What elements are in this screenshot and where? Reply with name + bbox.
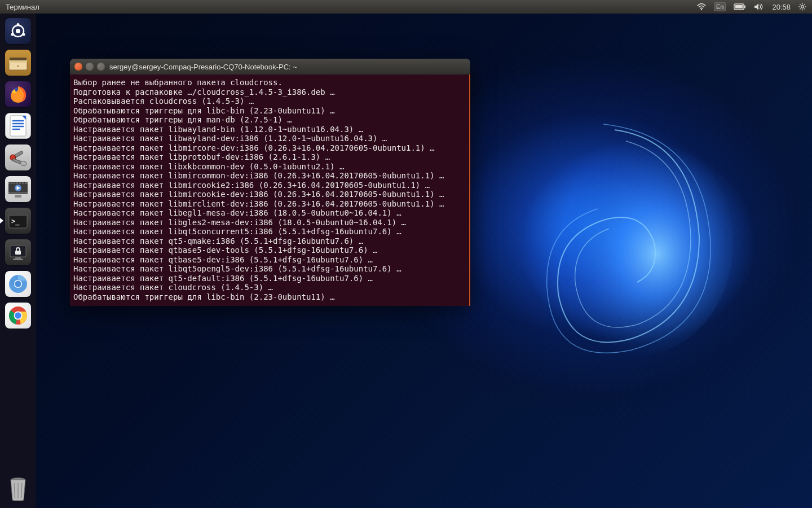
svg-line-10 <box>800 4 800 5</box>
svg-point-15 <box>16 29 20 33</box>
svg-point-1 <box>701 9 702 10</box>
language-indicator[interactable]: En <box>714 2 726 11</box>
svg-point-22 <box>17 65 19 67</box>
terminal-line: Настраивается пакет libmircookie2:i386 (… <box>73 181 466 190</box>
svg-point-16 <box>17 23 20 26</box>
svg-rect-36 <box>8 192 28 194</box>
terminal-line: Настраивается пакет cloudcross (1.4.5-3)… <box>73 283 466 292</box>
svg-point-17 <box>11 33 14 36</box>
svg-line-11 <box>804 8 805 9</box>
window-close-button[interactable] <box>74 63 82 71</box>
terminal-line: Настраивается пакет libxkbcommon-dev (0.… <box>73 162 466 172</box>
svg-rect-3 <box>744 6 745 8</box>
svg-rect-38 <box>12 182 14 183</box>
terminal-line: Настраивается пакет libgles2-mesa-dev:i3… <box>73 218 466 227</box>
terminal-line: Настраивается пакет libmircore-dev:i386 … <box>73 143 466 153</box>
svg-point-0 <box>541 130 733 356</box>
svg-point-55 <box>15 281 21 287</box>
svg-text:>_: >_ <box>11 217 20 226</box>
svg-rect-19 <box>10 58 27 60</box>
svg-rect-37 <box>10 182 11 183</box>
active-app-title[interactable]: Терминал <box>0 3 45 11</box>
ubuntu-dash-button[interactable] <box>4 17 32 45</box>
terminal-line: Настраивается пакет libmircookie-dev:i38… <box>73 190 466 199</box>
svg-line-13 <box>804 4 805 5</box>
svg-rect-40 <box>18 182 19 183</box>
svg-line-12 <box>800 8 800 9</box>
unity-launcher: >_ <box>0 14 36 508</box>
smplayer-button[interactable] <box>4 175 32 203</box>
svg-rect-52 <box>15 251 21 255</box>
terminal-line: Настраивается пакет libprotobuf-dev:i386… <box>73 152 466 162</box>
terminal-output[interactable]: Выбор ранее не выбранного пакета cloudcr… <box>70 75 470 306</box>
top-menubar: Терминал En 20:58 <box>0 0 812 14</box>
libreoffice-writer-button[interactable] <box>4 112 32 140</box>
terminal-line: Распаковывается cloudcross (1.4.5-3) … <box>73 97 466 106</box>
chrome-button[interactable] <box>4 301 32 330</box>
volume-icon[interactable] <box>754 3 764 11</box>
terminal-line: Настраивается пакет qt5-qmake:i386 (5.5.… <box>73 237 466 246</box>
terminal-line: Настраивается пакет libmircommon-dev:i38… <box>73 171 466 181</box>
svg-rect-47 <box>9 213 27 216</box>
terminal-line: Настраивается пакет libegl1-mesa-dev:i38… <box>73 208 466 218</box>
svg-rect-42 <box>24 182 25 183</box>
terminal-line: Настраивается пакет qtbase5-dev-tools (5… <box>73 246 466 255</box>
terminal-line: Настраивается пакет libqt5concurrent5:i3… <box>73 227 466 237</box>
svg-rect-39 <box>15 182 16 183</box>
session-gear-icon[interactable] <box>798 3 806 11</box>
window-maximize-button[interactable] <box>97 63 105 71</box>
terminal-line: Настраивается пакет libqt5opengl5-dev:i3… <box>73 264 466 274</box>
terminal-line: Выбор ранее не выбранного пакета cloudcr… <box>73 78 466 87</box>
terminal-line: Настраивается пакет qt5-default:i386 (5.… <box>73 274 466 283</box>
svg-point-18 <box>23 33 25 36</box>
network-icon[interactable] <box>697 3 706 11</box>
terminal-line: Настраивается пакет libwayland-dev:i386 … <box>73 134 466 143</box>
terminal-line: Обрабатываются триггеры для man-db (2.7.… <box>73 115 466 125</box>
clock[interactable]: 20:58 <box>772 3 791 11</box>
system-settings-button[interactable] <box>4 143 32 172</box>
svg-point-59 <box>15 312 21 319</box>
terminal-line: Настраивается пакет libwayland-bin (1.12… <box>73 125 466 134</box>
terminal-line: Обрабатываются триггеры для libc-bin (2.… <box>73 106 466 116</box>
window-minimize-button[interactable] <box>86 63 94 71</box>
terminal-titlebar[interactable]: sergey@sergey-Compaq-Presario-CQ70-Noteb… <box>70 59 470 75</box>
battery-icon[interactable] <box>734 3 746 10</box>
chromium-button[interactable] <box>4 270 32 298</box>
terminal-title: sergey@sergey-Compaq-Presario-CQ70-Noteb… <box>109 63 297 71</box>
terminal-line: Настраивается пакет libmirclient-dev:i38… <box>73 199 466 209</box>
terminal-button[interactable]: >_ <box>4 207 32 235</box>
svg-rect-4 <box>735 5 743 8</box>
firefox-button[interactable] <box>4 80 32 108</box>
svg-rect-50 <box>15 257 21 259</box>
terminal-window[interactable]: sergey@sergey-Compaq-Presario-CQ70-Noteb… <box>70 59 470 306</box>
svg-rect-21 <box>9 60 27 63</box>
files-nautilus-button[interactable] <box>4 49 32 77</box>
trash-button[interactable] <box>4 474 32 502</box>
system-tray: En 20:58 <box>691 2 812 11</box>
terminal-line: Подготовка к распаковке …/cloudcross_1.4… <box>73 87 466 97</box>
lock-screen-button[interactable] <box>4 238 32 266</box>
svg-point-5 <box>801 6 804 8</box>
svg-rect-45 <box>15 195 21 198</box>
terminal-line: Настраивается пакет qtbase5-dev:i386 (5.… <box>73 255 466 265</box>
svg-rect-51 <box>13 259 23 260</box>
terminal-line: Обрабатываются триггеры для libc-bin (2.… <box>73 292 466 302</box>
svg-rect-41 <box>21 182 22 183</box>
